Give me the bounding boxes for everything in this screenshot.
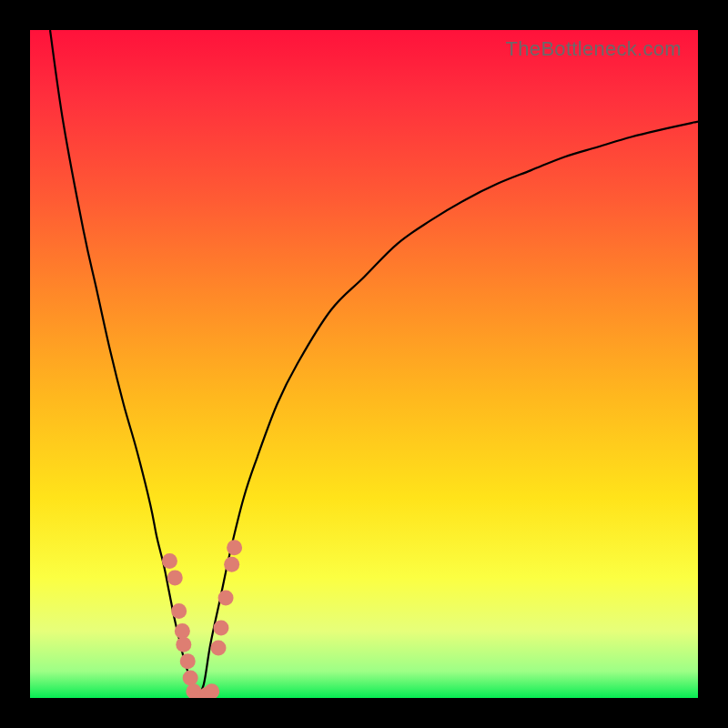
watermark-text: TheBottleneck.com (506, 37, 682, 61)
right-curve (197, 122, 699, 698)
scatter-dot (227, 540, 242, 555)
scatter-dot (224, 557, 239, 572)
left-curve (50, 30, 197, 698)
plot-area: TheBottleneck.com (30, 30, 698, 698)
scatter-dot (210, 640, 226, 655)
scatter-dot (175, 623, 190, 639)
chart-svg (30, 30, 698, 698)
chart-frame: TheBottleneck.com (0, 0, 728, 728)
scatter-dot (167, 570, 183, 585)
scatter-dot (171, 603, 187, 619)
scatter-dot (204, 683, 219, 698)
scatter-dot (213, 620, 228, 635)
scatter-dot (183, 670, 198, 685)
scatter-dot (218, 590, 234, 605)
scatter-dot (162, 553, 177, 569)
scatter-dot (176, 637, 191, 652)
scatter-dot (180, 653, 196, 669)
